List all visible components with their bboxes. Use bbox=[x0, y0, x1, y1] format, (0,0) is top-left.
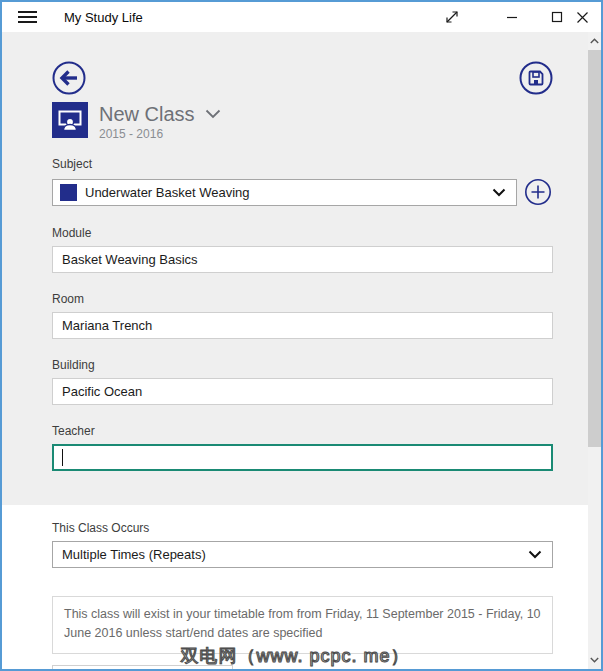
app-window: My Study Life bbox=[0, 0, 603, 671]
plus-icon bbox=[524, 178, 552, 206]
room-input[interactable] bbox=[52, 312, 553, 339]
subject-label: Subject bbox=[52, 157, 553, 173]
close-button[interactable] bbox=[565, 2, 599, 32]
building-label: Building bbox=[52, 358, 553, 374]
module-label: Module bbox=[52, 226, 553, 242]
back-arrow-icon bbox=[52, 61, 86, 95]
subject-dropdown[interactable]: Underwater Basket Weaving bbox=[52, 179, 517, 206]
chevron-up-icon bbox=[590, 38, 599, 44]
add-subject-button[interactable] bbox=[523, 177, 553, 207]
fullscreen-button[interactable] bbox=[435, 2, 469, 32]
minimize-button[interactable] bbox=[495, 2, 529, 32]
vertical-scrollbar[interactable] bbox=[588, 32, 601, 669]
module-input[interactable] bbox=[52, 246, 553, 273]
scrollbar-thumb[interactable] bbox=[588, 50, 601, 447]
chevron-down-icon bbox=[528, 550, 542, 559]
occurrence-panel: This Class Occurs Multiple Times (Repeat… bbox=[2, 505, 588, 669]
class-type-selector[interactable]: New Class bbox=[99, 103, 221, 125]
class-icon bbox=[52, 102, 88, 138]
teacher-label: Teacher bbox=[52, 424, 553, 440]
text-cursor bbox=[62, 449, 63, 466]
scroll-down-button[interactable] bbox=[588, 651, 601, 669]
chevron-down-icon bbox=[492, 188, 506, 197]
room-label: Room bbox=[52, 292, 553, 308]
building-input[interactable] bbox=[52, 378, 553, 405]
diagonal-resize-icon bbox=[445, 10, 459, 24]
chevron-down-icon bbox=[205, 109, 221, 119]
close-icon bbox=[576, 11, 589, 24]
scroll-up-button[interactable] bbox=[588, 32, 601, 50]
class-form-panel: New Class 2015 - 2016 Subject bbox=[2, 32, 588, 505]
hamburger-menu-icon[interactable] bbox=[8, 2, 46, 32]
page-title: New Class bbox=[99, 103, 195, 125]
occurs-value: Multiple Times (Repeats) bbox=[62, 547, 206, 562]
teacher-input[interactable] bbox=[52, 444, 553, 471]
save-icon bbox=[519, 61, 553, 95]
next-field-partial[interactable] bbox=[52, 665, 233, 669]
subject-value: Underwater Basket Weaving bbox=[85, 185, 250, 200]
timetable-info-note: This class will exist in your timetable … bbox=[52, 596, 553, 654]
page-content: New Class 2015 - 2016 Subject bbox=[2, 32, 588, 669]
chevron-down-icon bbox=[590, 657, 599, 663]
scrollbar-track[interactable] bbox=[588, 447, 601, 651]
academic-year: 2015 - 2016 bbox=[99, 127, 221, 141]
maximize-icon bbox=[551, 11, 563, 23]
minimize-icon bbox=[506, 11, 518, 23]
occurs-label: This Class Occurs bbox=[52, 521, 553, 537]
occurs-dropdown[interactable]: Multiple Times (Repeats) bbox=[52, 541, 553, 568]
app-title: My Study Life bbox=[64, 10, 143, 25]
titlebar: My Study Life bbox=[2, 2, 601, 32]
save-button[interactable] bbox=[519, 61, 553, 95]
back-button[interactable] bbox=[52, 61, 86, 95]
subject-color-swatch bbox=[60, 184, 77, 201]
